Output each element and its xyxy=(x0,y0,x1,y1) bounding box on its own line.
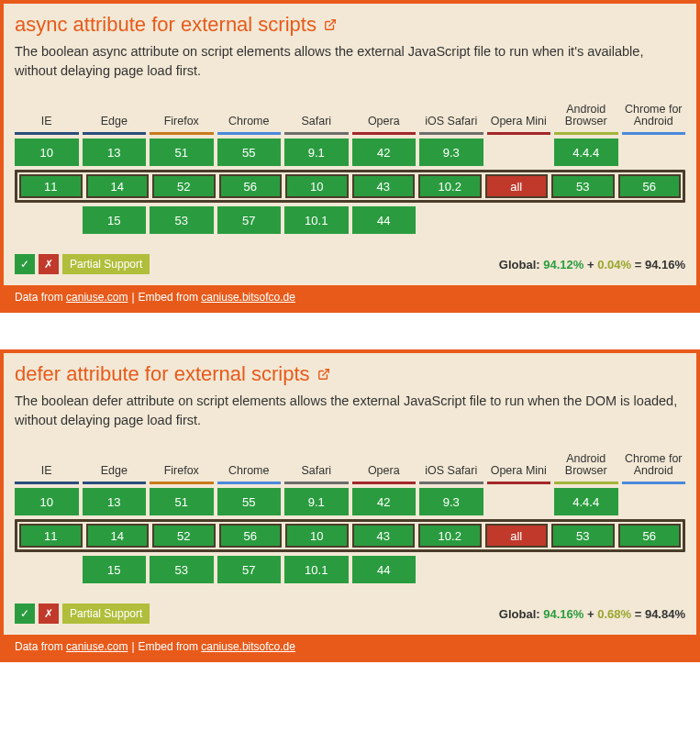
current-version-row: 11145256104310.2all5356 xyxy=(15,519,685,552)
version-cell-current[interactable]: 56 xyxy=(618,174,682,198)
browser-header-label: Android Browser xyxy=(554,104,618,129)
version-cell-current[interactable]: 43 xyxy=(352,524,416,548)
version-cell[interactable]: 9.1 xyxy=(284,138,349,166)
version-cell[interactable]: 10 xyxy=(15,488,79,515)
footer-bitsofco-link[interactable]: caniuse.bitsofco.de xyxy=(201,640,295,653)
support-grid: IEEdgeFirefoxChromeSafariOperaiOS Safari… xyxy=(15,95,685,234)
version-cell-current[interactable]: all xyxy=(485,524,549,548)
browser-header-label: Chrome for Android xyxy=(622,104,686,129)
version-cell-current[interactable]: 53 xyxy=(551,524,615,548)
version-cell-current[interactable]: 43 xyxy=(352,174,416,198)
browser-header-label: Firefox xyxy=(164,116,199,128)
version-cell[interactable]: 55 xyxy=(217,138,282,166)
footer-bitsofco-link[interactable]: caniuse.bitsofco.de xyxy=(201,291,295,304)
legend-unsupported-icon[interactable]: ✗ xyxy=(39,254,59,274)
version-cell-current[interactable]: 10.2 xyxy=(418,524,482,548)
browser-header-ff: Firefox xyxy=(150,445,214,484)
version-cell[interactable]: 15 xyxy=(83,556,147,583)
browser-header-op: Opera xyxy=(352,445,417,484)
panel-footer: Data from caniuse.com|Embed from caniuse… xyxy=(4,635,696,659)
version-cell[interactable]: 44 xyxy=(352,206,417,234)
version-cell[interactable]: 13 xyxy=(83,138,147,166)
version-cell xyxy=(419,556,483,583)
browser-header-label: Safari xyxy=(301,116,331,128)
browser-header-label: Opera Mini xyxy=(491,465,547,478)
version-cell xyxy=(554,556,618,583)
global-eq: = 94.84% xyxy=(635,607,685,621)
version-cell[interactable]: 51 xyxy=(150,488,214,515)
version-cell[interactable]: 53 xyxy=(150,206,214,234)
version-cell[interactable]: 9.1 xyxy=(284,488,349,515)
browser-header-label: iOS Safari xyxy=(425,116,477,128)
version-cell-current[interactable]: 52 xyxy=(152,524,216,548)
panel-title-text: async attribute for external scripts xyxy=(15,13,317,37)
version-cell[interactable]: 53 xyxy=(150,556,214,583)
legend-supported-icon[interactable]: ✓ xyxy=(15,254,35,274)
browser-header-sa: Safari xyxy=(284,95,349,135)
legend-left: ✓✗Partial Support xyxy=(15,254,150,274)
version-cell-current[interactable]: 52 xyxy=(152,174,216,198)
global-plus: + xyxy=(587,607,594,621)
global-plus: + xyxy=(587,258,594,271)
version-cell[interactable]: 9.3 xyxy=(419,488,483,515)
version-cell-current[interactable]: 10 xyxy=(285,174,349,198)
version-cell[interactable]: 42 xyxy=(352,138,417,166)
browser-header-label: Chrome for Android xyxy=(622,453,686,479)
version-cell-current[interactable]: 10.2 xyxy=(418,174,482,198)
browser-header-omini: Opera Mini xyxy=(487,95,551,135)
version-cell xyxy=(622,556,686,583)
version-cell xyxy=(487,138,551,166)
version-cell[interactable]: 57 xyxy=(217,206,282,234)
browser-header-label: Chrome xyxy=(228,116,269,128)
legend-partial-chip[interactable]: Partial Support xyxy=(62,604,150,624)
version-cell-current[interactable]: 56 xyxy=(219,174,283,198)
legend-supported-icon[interactable]: ✓ xyxy=(15,604,35,624)
panel-title-link[interactable]: async attribute for external scripts xyxy=(15,13,337,37)
version-cell[interactable]: 51 xyxy=(150,138,214,166)
version-cell-current[interactable]: 14 xyxy=(86,174,150,198)
version-cell-current[interactable]: 56 xyxy=(219,524,283,548)
panel-title: defer attribute for external scripts xyxy=(15,362,685,386)
browser-header-ch: Chrome xyxy=(217,95,282,135)
version-cell[interactable]: 10.1 xyxy=(284,556,349,583)
version-cell xyxy=(487,556,551,583)
version-cell[interactable]: 44 xyxy=(352,556,417,583)
footer-caniuse-link[interactable]: caniuse.com xyxy=(66,291,128,304)
support-grid: IEEdgeFirefoxChromeSafariOperaiOS Safari… xyxy=(15,445,685,583)
version-cell[interactable]: 10 xyxy=(15,138,79,166)
browser-header-ab: Android Browser xyxy=(554,95,618,135)
version-cell-current[interactable]: all xyxy=(485,174,549,198)
legend-unsupported-icon[interactable]: ✗ xyxy=(39,604,59,624)
footer-sep: | xyxy=(131,640,134,653)
version-cell-current[interactable]: 11 xyxy=(19,524,83,548)
panel-title-link[interactable]: defer attribute for external scripts xyxy=(15,362,330,386)
external-link-icon xyxy=(324,18,337,31)
version-cell-current[interactable]: 11 xyxy=(19,174,83,198)
footer-embed-from: Embed from xyxy=(139,640,198,653)
version-cell[interactable]: 13 xyxy=(83,488,147,515)
version-cell-current[interactable]: 14 xyxy=(86,524,150,548)
footer-data-from: Data from xyxy=(15,291,63,304)
version-cell[interactable]: 55 xyxy=(217,488,282,515)
browser-header-ch: Chrome xyxy=(217,445,282,484)
version-cell[interactable]: 4.4.4 xyxy=(554,488,618,515)
version-cell[interactable]: 10.1 xyxy=(284,206,349,234)
version-cell[interactable]: 57 xyxy=(217,556,282,583)
browser-header-label: Edge xyxy=(101,116,128,128)
global-stat: Global: 94.12% + 0.04% = 94.16% xyxy=(499,258,685,271)
version-cell[interactable]: 9.3 xyxy=(419,138,483,166)
version-cell xyxy=(554,206,618,234)
caniuse-panel: defer attribute for external scriptsThe … xyxy=(0,349,700,662)
legend-partial-chip[interactable]: Partial Support xyxy=(62,254,150,274)
footer-data-from: Data from xyxy=(15,640,63,653)
version-cell[interactable]: 4.4.4 xyxy=(554,138,618,166)
browser-header-label: Android Browser xyxy=(554,453,618,479)
version-cell-current[interactable]: 53 xyxy=(551,174,615,198)
version-cell-current[interactable]: 10 xyxy=(285,524,349,548)
caniuse-panel: async attribute for external scriptsThe … xyxy=(0,0,700,313)
browser-header-label: Opera Mini xyxy=(491,116,547,128)
version-cell-current[interactable]: 56 xyxy=(618,524,682,548)
version-cell[interactable]: 15 xyxy=(83,206,147,234)
version-cell[interactable]: 42 xyxy=(352,488,417,515)
footer-caniuse-link[interactable]: caniuse.com xyxy=(66,640,128,653)
